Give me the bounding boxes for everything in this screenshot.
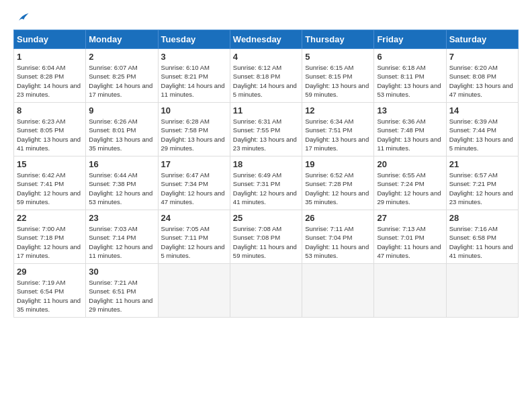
day-number: 2 — [89, 52, 154, 62]
page: SundayMondayTuesdayWednesdayThursdayFrid… — [0, 0, 532, 411]
day-number: 19 — [305, 159, 371, 169]
day-info: Sunrise: 6:26 AMSunset: 8:01 PMDaylight:… — [89, 117, 154, 152]
weekday-thursday: Thursday — [302, 30, 374, 49]
weekday-tuesday: Tuesday — [158, 30, 230, 49]
day-number: 22 — [17, 213, 83, 223]
day-info: Sunrise: 6:49 AMSunset: 7:31 PMDaylight:… — [233, 171, 299, 206]
weekday-friday: Friday — [374, 30, 446, 49]
day-info: Sunrise: 7:00 AMSunset: 7:18 PMDaylight:… — [17, 224, 83, 260]
calendar-cell: 10 Sunrise: 6:28 AMSunset: 7:58 PMDaylig… — [158, 103, 230, 156]
weekday-monday: Monday — [86, 30, 158, 49]
day-number: 26 — [305, 213, 371, 223]
calendar-cell: 3 Sunrise: 6:10 AMSunset: 8:21 PMDayligh… — [158, 49, 230, 103]
calendar-cell: 21 Sunrise: 6:57 AMSunset: 7:21 PMDaylig… — [446, 156, 518, 210]
day-number: 1 — [17, 52, 83, 62]
day-info: Sunrise: 6:04 AMSunset: 8:28 PMDaylight:… — [17, 63, 83, 99]
day-number: 12 — [305, 105, 371, 116]
calendar-week-3: 15 Sunrise: 6:42 AMSunset: 7:41 PMDaylig… — [14, 156, 519, 210]
day-number: 13 — [377, 105, 443, 116]
day-info: Sunrise: 6:55 AMSunset: 7:24 PMDaylight:… — [377, 171, 443, 206]
day-number: 25 — [233, 213, 299, 223]
calendar-cell: 7 Sunrise: 6:20 AMSunset: 8:08 PMDayligh… — [446, 49, 518, 103]
day-number: 3 — [161, 52, 227, 62]
day-info: Sunrise: 7:19 AMSunset: 6:54 PMDaylight:… — [17, 278, 83, 314]
logo-text — [13, 11, 30, 26]
calendar-cell — [302, 264, 374, 318]
day-info: Sunrise: 7:08 AMSunset: 7:08 PMDaylight:… — [233, 224, 299, 260]
day-info: Sunrise: 6:10 AMSunset: 8:21 PMDaylight:… — [161, 63, 227, 99]
day-number: 27 — [377, 213, 443, 223]
day-number: 29 — [17, 267, 83, 277]
day-info: Sunrise: 6:34 AMSunset: 7:51 PMDaylight:… — [305, 117, 371, 152]
calendar-cell: 23 Sunrise: 7:03 AMSunset: 7:14 PMDaylig… — [86, 210, 158, 264]
calendar-cell: 14 Sunrise: 6:39 AMSunset: 7:44 PMDaylig… — [446, 103, 518, 156]
calendar-cell: 5 Sunrise: 6:15 AMSunset: 8:15 PMDayligh… — [302, 49, 374, 103]
calendar-cell: 9 Sunrise: 6:26 AMSunset: 8:01 PMDayligh… — [86, 103, 158, 156]
day-info: Sunrise: 6:31 AMSunset: 7:55 PMDaylight:… — [233, 117, 299, 152]
calendar-cell: 15 Sunrise: 6:42 AMSunset: 7:41 PMDaylig… — [14, 156, 86, 210]
day-info: Sunrise: 7:13 AMSunset: 7:01 PMDaylight:… — [377, 224, 443, 260]
day-info: Sunrise: 6:47 AMSunset: 7:34 PMDaylight:… — [161, 171, 227, 206]
calendar-cell: 30 Sunrise: 7:21 AMSunset: 6:51 PMDaylig… — [86, 264, 158, 318]
calendar-week-1: 1 Sunrise: 6:04 AMSunset: 8:28 PMDayligh… — [14, 49, 519, 103]
day-number: 6 — [377, 52, 443, 62]
day-number: 21 — [449, 159, 515, 169]
calendar-cell: 12 Sunrise: 6:34 AMSunset: 7:51 PMDaylig… — [302, 103, 374, 156]
calendar-cell — [158, 264, 230, 318]
day-number: 20 — [377, 159, 443, 169]
calendar-cell: 18 Sunrise: 6:49 AMSunset: 7:31 PMDaylig… — [230, 156, 302, 210]
day-info: Sunrise: 6:23 AMSunset: 8:05 PMDaylight:… — [17, 117, 83, 152]
day-info: Sunrise: 6:20 AMSunset: 8:08 PMDaylight:… — [449, 63, 515, 99]
calendar-cell — [446, 264, 518, 318]
logo-bird-icon — [15, 11, 30, 26]
calendar-cell: 11 Sunrise: 6:31 AMSunset: 7:55 PMDaylig… — [230, 103, 302, 156]
weekday-sunday: Sunday — [14, 30, 86, 49]
day-number: 8 — [17, 105, 83, 116]
calendar-cell: 6 Sunrise: 6:18 AMSunset: 8:11 PMDayligh… — [374, 49, 446, 103]
day-info: Sunrise: 6:15 AMSunset: 8:15 PMDaylight:… — [305, 63, 371, 99]
calendar-week-4: 22 Sunrise: 7:00 AMSunset: 7:18 PMDaylig… — [14, 210, 519, 264]
day-info: Sunrise: 6:57 AMSunset: 7:21 PMDaylight:… — [449, 171, 515, 206]
header — [13, 11, 519, 23]
day-info: Sunrise: 6:44 AMSunset: 7:38 PMDaylight:… — [89, 171, 154, 206]
calendar-week-2: 8 Sunrise: 6:23 AMSunset: 8:05 PMDayligh… — [14, 103, 519, 156]
calendar-cell: 29 Sunrise: 7:19 AMSunset: 6:54 PMDaylig… — [14, 264, 86, 318]
day-number: 17 — [161, 159, 227, 169]
day-number: 15 — [17, 159, 83, 169]
day-info: Sunrise: 7:05 AMSunset: 7:11 PMDaylight:… — [161, 224, 227, 260]
weekday-header-row: SundayMondayTuesdayWednesdayThursdayFrid… — [14, 30, 519, 49]
calendar-cell: 1 Sunrise: 6:04 AMSunset: 8:28 PMDayligh… — [14, 49, 86, 103]
calendar-cell: 22 Sunrise: 7:00 AMSunset: 7:18 PMDaylig… — [14, 210, 86, 264]
day-info: Sunrise: 6:39 AMSunset: 7:44 PMDaylight:… — [449, 117, 515, 152]
day-info: Sunrise: 6:52 AMSunset: 7:28 PMDaylight:… — [305, 171, 371, 206]
day-number: 23 — [89, 213, 154, 223]
day-info: Sunrise: 6:28 AMSunset: 7:58 PMDaylight:… — [161, 117, 227, 152]
day-number: 10 — [161, 105, 227, 116]
calendar-cell: 17 Sunrise: 6:47 AMSunset: 7:34 PMDaylig… — [158, 156, 230, 210]
day-number: 18 — [233, 159, 299, 169]
day-info: Sunrise: 6:36 AMSunset: 7:48 PMDaylight:… — [377, 117, 443, 152]
logo — [13, 11, 30, 23]
day-info: Sunrise: 7:03 AMSunset: 7:14 PMDaylight:… — [89, 224, 154, 260]
calendar-cell: 20 Sunrise: 6:55 AMSunset: 7:24 PMDaylig… — [374, 156, 446, 210]
calendar-cell: 8 Sunrise: 6:23 AMSunset: 8:05 PMDayligh… — [14, 103, 86, 156]
calendar-cell: 2 Sunrise: 6:07 AMSunset: 8:25 PMDayligh… — [86, 49, 158, 103]
calendar-cell: 26 Sunrise: 7:11 AMSunset: 7:04 PMDaylig… — [302, 210, 374, 264]
day-number: 28 — [449, 213, 515, 223]
calendar-cell: 19 Sunrise: 6:52 AMSunset: 7:28 PMDaylig… — [302, 156, 374, 210]
day-info: Sunrise: 6:18 AMSunset: 8:11 PMDaylight:… — [377, 63, 443, 99]
day-number: 5 — [305, 52, 371, 62]
day-info: Sunrise: 7:16 AMSunset: 6:58 PMDaylight:… — [449, 224, 515, 260]
day-number: 9 — [89, 105, 154, 116]
calendar-cell — [230, 264, 302, 318]
day-info: Sunrise: 7:21 AMSunset: 6:51 PMDaylight:… — [89, 278, 154, 314]
day-number: 7 — [449, 52, 515, 62]
weekday-saturday: Saturday — [446, 30, 518, 49]
day-number: 16 — [89, 159, 154, 169]
day-info: Sunrise: 7:11 AMSunset: 7:04 PMDaylight:… — [305, 224, 371, 260]
calendar-week-5: 29 Sunrise: 7:19 AMSunset: 6:54 PMDaylig… — [14, 264, 519, 318]
calendar-cell: 16 Sunrise: 6:44 AMSunset: 7:38 PMDaylig… — [86, 156, 158, 210]
day-number: 24 — [161, 213, 227, 223]
day-number: 4 — [233, 52, 299, 62]
day-info: Sunrise: 6:07 AMSunset: 8:25 PMDaylight:… — [89, 63, 154, 99]
